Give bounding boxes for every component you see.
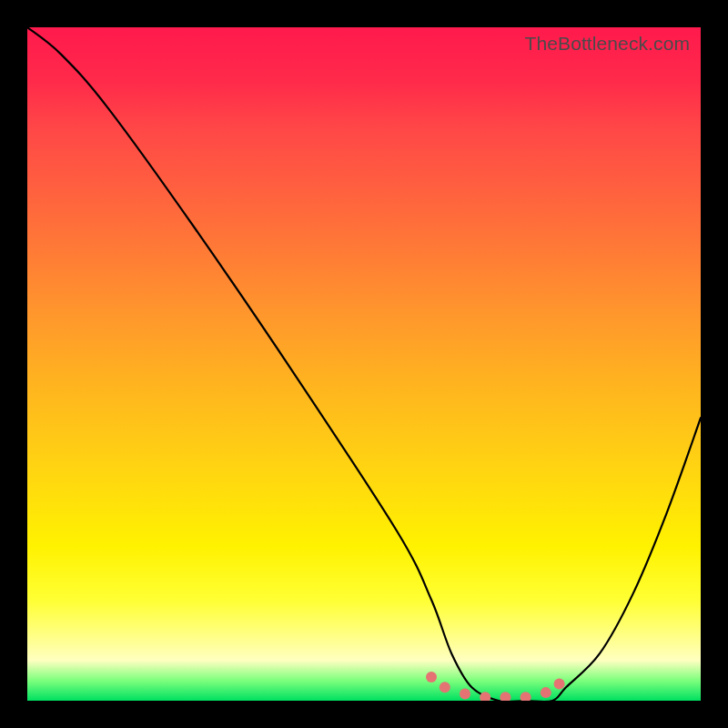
optimal-marker xyxy=(426,672,437,682)
optimal-marker xyxy=(500,692,511,701)
optimal-marker xyxy=(541,687,551,698)
optimal-marker xyxy=(521,692,531,701)
optimal-range-markers xyxy=(426,672,565,701)
watermark-text: TheBottleneck.com xyxy=(525,33,690,55)
chart-plot-area: TheBottleneck.com xyxy=(27,27,701,701)
markers-svg xyxy=(27,27,701,701)
optimal-marker xyxy=(554,679,565,690)
optimal-marker xyxy=(440,682,450,693)
optimal-marker xyxy=(480,692,490,701)
optimal-marker xyxy=(460,689,470,700)
